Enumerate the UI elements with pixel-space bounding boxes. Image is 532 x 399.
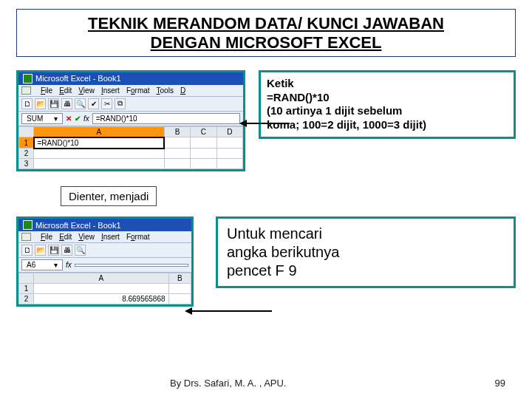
chevron-down-icon: ▾	[54, 261, 58, 269]
arrow-1	[245, 123, 290, 124]
cut-icon[interactable]: ✂	[101, 98, 112, 109]
name-box[interactable]: SUM▾	[21, 113, 63, 124]
grid-corner[interactable]	[19, 126, 34, 137]
between-label: Dienter, menjadi	[61, 186, 157, 206]
col-b[interactable]: B	[164, 126, 190, 137]
menu-edit[interactable]: Edit	[59, 86, 72, 95]
copy-icon[interactable]: ⧉	[115, 98, 126, 109]
spreadsheet-grid: A B C D 1 =RAND()*10 2	[18, 126, 243, 170]
title-line-1: TEKNIK MERANDOM DATA/ KUNCI JAWABAN	[88, 14, 444, 33]
row-3-header[interactable]: 3	[19, 159, 34, 169]
row-2-header[interactable]: 2	[19, 149, 34, 159]
menu-file[interactable]: File	[41, 86, 52, 95]
name-box-2[interactable]: A6▾	[21, 259, 63, 270]
footer-author: By Drs. Safari, M. A. , APU.	[170, 378, 287, 389]
slide-title: TEKNIK MERANDOM DATA/ KUNCI JAWABAN DENG…	[16, 9, 516, 57]
file-grid-icon	[21, 233, 31, 241]
chevron-down-icon: ▾	[54, 115, 58, 123]
menu-insert[interactable]: Insert	[101, 233, 120, 241]
spell-icon[interactable]: ✔	[88, 98, 99, 109]
menu-edit[interactable]: Edit	[59, 233, 72, 241]
arrow-2	[191, 310, 272, 312]
callout1-l4: koma; 100=2 dijit, 1000=3 dijit)	[267, 118, 508, 132]
col-a[interactable]: A	[34, 126, 165, 137]
window-title-2: Microsoft Excel - Book1	[35, 221, 121, 230]
excel-screenshot-2: Microsoft Excel - Book1 File Edit View I…	[16, 216, 194, 307]
menu-view[interactable]: View	[78, 86, 95, 95]
print-icon[interactable]: 🖶	[61, 245, 72, 256]
menu-format[interactable]: Format	[126, 86, 150, 95]
page-number: 99	[495, 378, 505, 389]
cell-c1[interactable]	[191, 137, 216, 149]
new-icon[interactable]: 🗋	[21, 98, 33, 109]
col-d[interactable]: D	[216, 126, 242, 137]
callout2-l1: Untuk mencari	[227, 225, 505, 243]
excel-titlebar: Microsoft Excel - Book1	[18, 72, 243, 85]
callout-box-2: Untuk mencari angka berikutnya pencet F …	[216, 216, 516, 288]
file-grid-icon	[21, 86, 31, 95]
cell-a2[interactable]	[34, 149, 165, 159]
fx-icon[interactable]: fx	[66, 261, 72, 269]
cancel-icon[interactable]: ✕	[66, 115, 72, 123]
open-icon[interactable]: 📂	[35, 98, 46, 109]
formula-bar: SUM▾ ✕ ✔ fx =RAND()*10	[18, 112, 243, 126]
callout1-l1: Ketik	[267, 77, 508, 91]
cell-b1[interactable]	[164, 137, 190, 149]
menu-tools[interactable]: Tools	[157, 86, 174, 95]
save-icon[interactable]: 💾	[48, 245, 59, 256]
menu-bar: File Edit View Insert Format Tools D	[18, 85, 243, 97]
cell-a1-2[interactable]	[34, 284, 169, 294]
window-title: Microsoft Excel - Book1	[35, 74, 121, 83]
print-icon[interactable]: 🖶	[61, 98, 72, 109]
col-b-2[interactable]: B	[168, 273, 191, 284]
row-1: Microsoft Excel - Book1 File Edit View I…	[16, 70, 516, 172]
callout2-l2: angka berikutnya	[227, 243, 505, 262]
formula-input-2[interactable]	[75, 264, 188, 267]
formula-bar-2: A6▾ fx	[18, 258, 191, 273]
row-1-header-2[interactable]: 1	[19, 284, 34, 294]
col-c[interactable]: C	[191, 126, 216, 137]
menu-format[interactable]: Format	[126, 233, 150, 241]
menu-view[interactable]: View	[78, 233, 95, 241]
excel-icon	[23, 220, 33, 230]
formula-input[interactable]: =RAND()*10	[92, 113, 240, 124]
cell-d1[interactable]	[216, 137, 242, 149]
excel-screenshot-1: Microsoft Excel - Book1 File Edit View I…	[16, 70, 245, 172]
col-a-2[interactable]: A	[34, 273, 169, 284]
row-1-header[interactable]: 1	[19, 137, 34, 149]
preview-icon[interactable]: 🔍	[75, 98, 86, 109]
row-2-header-2[interactable]: 2	[19, 294, 34, 304]
excel-icon	[23, 74, 33, 83]
new-icon[interactable]: 🗋	[21, 245, 33, 256]
menu-data[interactable]: D	[180, 86, 185, 95]
title-line-2: DENGAN MICROSOFT EXCEL	[151, 33, 382, 52]
menu-file[interactable]: File	[41, 233, 52, 241]
save-icon[interactable]: 💾	[48, 98, 59, 109]
grid-corner[interactable]	[19, 273, 34, 284]
toolbar-row-2: 🗋 📂 💾 🖶 🔍	[18, 243, 191, 258]
excel-titlebar-2: Microsoft Excel - Book1	[18, 219, 191, 231]
cell-a1[interactable]: =RAND()*10	[34, 137, 165, 149]
open-icon[interactable]: 📂	[35, 245, 46, 256]
fx-icon[interactable]: fx	[83, 115, 89, 123]
menu-bar-2: File Edit View Insert Format	[18, 231, 191, 243]
cell-a3[interactable]	[34, 159, 165, 169]
confirm-icon[interactable]: ✔	[75, 115, 81, 123]
preview-icon[interactable]: 🔍	[75, 245, 86, 256]
callout1-l3: (10 artinya 1 dijit sebelum	[267, 104, 508, 118]
cell-a2-2[interactable]: 8.669565868	[34, 294, 169, 304]
callout-box-1: Ketik =RAND()*10 (10 artinya 1 dijit seb…	[259, 70, 516, 139]
slide-footer: By Drs. Safari, M. A. , APU. 99	[0, 378, 532, 389]
menu-insert[interactable]: Insert	[101, 86, 120, 95]
spreadsheet-grid-2: A B 1 2 8.669565868	[18, 273, 191, 304]
callout1-l2: =RAND()*10	[267, 91, 508, 105]
row-2: Microsoft Excel - Book1 File Edit View I…	[16, 216, 516, 307]
callout2-l3: pencet F 9	[227, 262, 505, 280]
toolbar-row-1: 🗋 📂 💾 🖶 🔍 ✔ ✂ ⧉	[18, 97, 243, 112]
